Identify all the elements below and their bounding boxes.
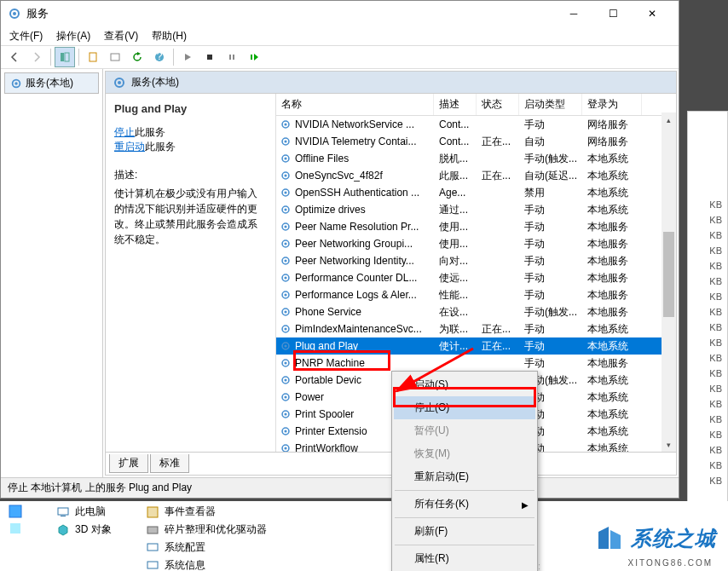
service-desc: Cont... xyxy=(434,118,477,130)
defrag[interactable]: 碎片整理和优化驱动器 xyxy=(146,522,267,537)
stop-service-button[interactable] xyxy=(199,47,220,67)
background-file-panel: KB KBKB KBKB KBKB KBKB KBKB KBKB KBKB KB… xyxy=(687,111,728,511)
svg-rect-11 xyxy=(251,55,252,60)
tab-standard[interactable]: 标准 xyxy=(150,454,189,473)
main-header-title: 服务(本地) xyxy=(131,75,179,89)
svg-point-31 xyxy=(284,242,286,245)
col-name[interactable]: 名称 xyxy=(276,94,434,115)
sysinfo[interactable]: 系统信息 xyxy=(146,558,267,571)
properties-button[interactable] xyxy=(105,47,125,67)
icon-row[interactable] xyxy=(9,505,22,518)
services-window: 服务 ─ ☐ ✕ 文件(F) 操作(A) 查看(V) 帮助(H) ? 服务 xyxy=(0,0,679,499)
service-logon: 本地系统 xyxy=(582,186,642,200)
col-logon[interactable]: 登录为 xyxy=(582,94,642,115)
service-row[interactable]: NVIDIA Telemetry Contai...Cont...正在...自动… xyxy=(276,133,676,150)
service-row[interactable]: Peer Networking Groupi...使用...手动本地服务 xyxy=(276,235,676,252)
3d-objects[interactable]: 3D 对象 xyxy=(56,522,112,537)
services-app-icon xyxy=(8,7,21,20)
event-viewer[interactable]: 事件查看器 xyxy=(146,505,267,519)
pause-service-button[interactable] xyxy=(222,47,242,67)
scroll-up-icon[interactable]: ▴ xyxy=(662,112,676,127)
service-row[interactable]: Plug and Play使计...正在...手动本地系统 xyxy=(276,337,676,355)
restart-service-button[interactable] xyxy=(244,47,264,67)
service-row[interactable]: Peer Networking Identity...向对...手动本地服务 xyxy=(276,252,676,269)
forward-button[interactable] xyxy=(26,47,47,67)
menu-file[interactable]: 文件(F) xyxy=(4,27,48,45)
detail-title: Plug and Play xyxy=(114,102,267,115)
scroll-down-icon[interactable]: ▾ xyxy=(662,437,676,452)
svg-rect-10 xyxy=(233,55,234,60)
service-logon: 本地系统 xyxy=(582,169,642,183)
service-desc: 使计... xyxy=(434,339,477,354)
service-row[interactable]: Offline Files脱机...手动(触发...本地系统 xyxy=(276,150,676,167)
service-row[interactable]: Performance Logs & Aler...性能...手动本地服务 xyxy=(276,286,676,303)
ctx-all-tasks[interactable]: 所有任务(K)▶ xyxy=(394,493,535,516)
restart-link[interactable]: 重启动 xyxy=(114,141,145,153)
service-row[interactable]: Peer Name Resolution Pr...使用...手动本地服务 xyxy=(276,218,676,235)
service-logon: 本地服务 xyxy=(582,305,642,320)
svg-point-47 xyxy=(284,378,286,381)
vertical-scrollbar[interactable]: ▴ ▾ xyxy=(662,112,676,452)
ctx-stop[interactable]: 停止(O) xyxy=(394,396,535,419)
svg-point-17 xyxy=(284,123,286,125)
service-row[interactable]: OpenSSH Authentication ...Age...禁用本地系统 xyxy=(276,184,676,201)
service-row[interactable]: PimIndexMaintenanceSvc...为联...正在...手动本地系… xyxy=(276,320,676,337)
minimize-button[interactable]: ─ xyxy=(554,1,593,26)
service-row[interactable]: PNRP Machine手动本地服务 xyxy=(276,355,676,372)
service-row[interactable]: OneSyncSvc_4f82f此服...正在...自动(延迟...本地系统 xyxy=(276,167,676,184)
service-name: Performance Counter DL... xyxy=(295,272,417,284)
service-name: NVIDIA NetworkService ... xyxy=(295,118,414,130)
service-logon: 本地服务 xyxy=(582,254,642,268)
svg-point-1 xyxy=(13,12,16,15)
service-row[interactable]: Phone Service在设...手动(触发...本地服务 xyxy=(276,303,676,320)
sysconfig[interactable]: 系统配置 xyxy=(146,540,267,555)
close-button[interactable]: ✕ xyxy=(633,1,672,26)
ctx-restart[interactable]: 重新启动(E) xyxy=(394,465,535,488)
service-startup: 手动 xyxy=(519,271,582,286)
svg-point-41 xyxy=(284,327,286,330)
service-name: Peer Networking Groupi... xyxy=(295,238,413,250)
scroll-thumb[interactable] xyxy=(663,232,674,317)
svg-rect-5 xyxy=(111,54,119,61)
service-logon: 本地服务 xyxy=(582,271,642,286)
svg-point-55 xyxy=(284,447,286,449)
svg-point-25 xyxy=(284,191,286,193)
service-startup: 手动 xyxy=(519,220,582,234)
service-name: Portable Devic xyxy=(295,374,361,386)
ctx-properties[interactable]: 属性(R) xyxy=(394,547,535,570)
ctx-refresh[interactable]: 刷新(F) xyxy=(394,520,535,543)
service-logon: 本地系统 xyxy=(582,390,642,405)
ctx-start[interactable]: 启动(S) xyxy=(394,373,535,396)
icon-row[interactable] xyxy=(9,522,22,535)
stop-link[interactable]: 停止 xyxy=(114,126,135,138)
stop-suffix: 此服务 xyxy=(135,126,165,138)
service-startup: 手动 xyxy=(519,254,582,268)
back-button[interactable] xyxy=(4,47,25,67)
service-logon: 本地服务 xyxy=(582,288,642,303)
col-startup[interactable]: 启动类型 xyxy=(519,94,582,115)
show-hide-button[interactable] xyxy=(55,47,75,67)
menu-action[interactable]: 操作(A) xyxy=(51,27,95,45)
refresh-button[interactable] xyxy=(127,47,147,67)
service-logon: 本地系统 xyxy=(582,152,642,166)
service-row[interactable]: Performance Counter DL...使远...手动本地服务 xyxy=(276,269,676,286)
col-status[interactable]: 状态 xyxy=(477,94,519,115)
svg-rect-2 xyxy=(61,53,64,61)
start-service-button[interactable] xyxy=(177,47,198,67)
menu-view[interactable]: 查看(V) xyxy=(99,27,143,45)
service-name: Optimize drives xyxy=(295,204,366,216)
service-logon: 本地系统 xyxy=(582,203,642,217)
tab-extended[interactable]: 扩展 xyxy=(109,454,148,473)
service-logon: 本地系统 xyxy=(582,322,642,337)
this-pc[interactable]: 此电脑 xyxy=(56,505,112,519)
help-button[interactable]: ? xyxy=(149,47,170,67)
service-row[interactable]: Optimize drives通过...手动本地系统 xyxy=(276,201,676,218)
svg-rect-60 xyxy=(61,516,66,516)
export-button[interactable] xyxy=(83,47,103,67)
svg-point-13 xyxy=(14,82,18,85)
menu-help[interactable]: 帮助(H) xyxy=(147,27,192,45)
service-row[interactable]: NVIDIA NetworkService ...Cont...手动网络服务 xyxy=(276,116,676,133)
maximize-button[interactable]: ☐ xyxy=(593,1,633,26)
col-desc[interactable]: 描述 xyxy=(434,94,477,115)
tree-services-local[interactable]: 服务(本地) xyxy=(4,72,99,94)
